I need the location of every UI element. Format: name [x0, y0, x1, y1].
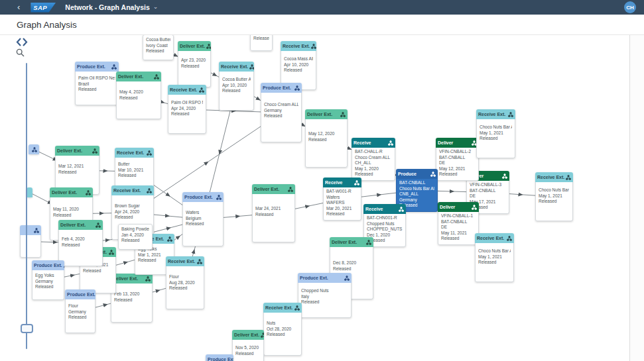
node-body: Choco Cream ALLGermanyReleased [261, 93, 302, 142]
node-deliver-feb13[interactable]: Deliver Ext.Feb 13, 2020Released [111, 274, 153, 323]
graph-canvas[interactable]: Produce Ext.Palm Oil RSPO NextBrazilRele… [0, 0, 644, 361]
node-title: Produce Ext. [300, 276, 328, 280]
node-deliver-may4[interactable]: Deliver Ext.May 4, 2020Released [116, 72, 161, 119]
cluster-icon [399, 207, 404, 212]
node-title: Produce Ext. [67, 292, 96, 297]
node-card-baking[interactable]: Baking PowderJan 4, 2020Released [118, 224, 153, 250]
node-title: Deliver Ext. [332, 240, 357, 244]
user-avatar[interactable]: CH [624, 1, 636, 13]
cluster-icon [109, 250, 114, 255]
node-deliver-cnball2[interactable]: DeliverVFIN-CNBALL-2BAT-CNBALLDEMay 12, … [436, 138, 479, 181]
node-produce-wafers[interactable]: Produce Ext.WafersBelgiumReleased [182, 192, 224, 246]
node-receive-palm[interactable]: Receive Ext.Palm Oil RSPO NextApr 24, 20… [168, 85, 206, 134]
node-produce-eggyolks[interactable]: Produce Ext.Egg YolksGermanyReleased [32, 260, 64, 300]
cluster-icon [294, 85, 300, 91]
node-deliver-cnball1[interactable]: DeliverVFIN-CNBALL-1BAT-CNBALLDEMay 11, … [438, 202, 479, 245]
cluster-icon [145, 276, 151, 282]
node-partial-node-3[interactable] [20, 225, 41, 258]
node-body: BAT-W001-RWafersWAFERSMar 20, 2021Releas… [323, 187, 361, 221]
node-receive-cocoa-butter[interactable]: Receive Ext.Cocoa Butter AllApr 10, 2020… [219, 62, 254, 111]
node-title: Receive [354, 140, 371, 145]
cluster-icon [111, 64, 117, 70]
shell-bar: ‹ SAP Network - Graph Analysis ⌄ CH [0, 0, 644, 15]
node-title: Produce Ext. [184, 195, 213, 199]
cluster-icon [96, 223, 101, 228]
zoom-slider-handle[interactable] [21, 324, 33, 333]
node-title: Receive Ext. [265, 305, 292, 310]
node-body: Choco Nuts Bar AllMay 1, 2021Released [475, 243, 514, 282]
cluster-icon [366, 240, 371, 245]
node-body: Released [250, 33, 273, 51]
node-deliver-nov5[interactable]: Deliver Ext.Nov 5, 2020Released [232, 330, 264, 361]
node-deliver-apr23[interactable]: Deliver Ext.Apr 23, 2020Released [178, 41, 211, 87]
node-body: Cocoa Butter AllApr 10, 2020Released [219, 72, 254, 111]
node-body: Feb 4, 2020Released [58, 230, 103, 266]
node-receive-choco-nuts-top[interactable]: Receive Ext.Choco Nuts Bar AllMay 1, 202… [476, 109, 515, 158]
cluster-icon [206, 44, 211, 49]
canvas-right-margin [630, 34, 644, 361]
node-body: WafersBelgiumReleased [182, 202, 224, 246]
node-deliver-mar24[interactable]: Deliver Ext.Mar 24, 2021Released [252, 184, 295, 242]
node-title: Receive Ext. [170, 87, 197, 92]
cluster-icon [147, 150, 152, 156]
node-card-released[interactable]: Released [250, 33, 273, 51]
node-body [20, 235, 41, 258]
node-deliver-may12-2020[interactable]: Deliver Ext.May 12, 2020Released [305, 109, 348, 168]
cluster-icon [502, 174, 507, 179]
cluster-icon [64, 263, 64, 268]
node-partial-node-1[interactable] [29, 144, 39, 154]
cluster-icon [472, 205, 477, 210]
back-icon[interactable]: ‹ [17, 1, 20, 14]
node-title: Deliver Ext. [118, 74, 143, 79]
app-title-menu[interactable]: Network - Graph Analysis ⌄ [65, 3, 158, 11]
node-body: BAT-CHALL-RChoco Cream ALLCH_ALLMay 1, 2… [352, 148, 395, 181]
search-icon[interactable] [16, 48, 25, 57]
node-receive-flour[interactable]: Receive Ext.FlourAug 28, 2020Released [166, 256, 204, 309]
sap-logo[interactable]: SAP [31, 3, 56, 13]
node-body: Nov 5, 2020Released [232, 340, 264, 361]
cluster-icon [32, 147, 37, 152]
graph-toolbar [16, 38, 28, 57]
node-produce-palm[interactable]: Produce Ext.Palm Oil RSPO NextBrazilRele… [75, 62, 119, 105]
node-body: Feb 13, 2020Released [111, 284, 153, 323]
node-deliver-feb4[interactable]: Deliver Ext.Feb 4, 2020Released [58, 220, 103, 266]
node-title: Deliver [440, 205, 455, 209]
cluster-icon [388, 140, 393, 146]
node-title: Deliver Ext. [254, 187, 279, 191]
node-card-cocoa-ivory[interactable]: Cocoa Butter AllIvory CoastReleased [143, 34, 174, 60]
page-header: Graph Analysis [0, 15, 644, 35]
node-receive-w001[interactable]: ReceiveBAT-W001-RWafersWAFERSMar 20, 202… [323, 178, 361, 221]
cluster-icon [154, 74, 159, 79]
node-receive-choco-nuts-bot[interactable]: Receive Ext.Choco Nuts Bar AllMay 1, 202… [475, 233, 514, 282]
node-title: Receive Ext. [113, 188, 141, 193]
node-body: Cocoa Butter AllIvory CoastReleased [143, 34, 174, 60]
cluster-icon [167, 236, 172, 242]
node-body: VFIN-CNBALL-1BAT-CNBALLDEMay 11, 2021Rel… [438, 212, 479, 245]
node-produce-bottom[interactable]: Produce Ext. [206, 354, 233, 361]
node-body: Mar 24, 2021Released [252, 194, 295, 242]
node-produce-chopped[interactable]: Produce Ext.Chopped NutsItalyReleased [298, 273, 352, 318]
cluster-icon [508, 112, 513, 117]
cluster-icon [311, 44, 316, 49]
cluster-icon [566, 175, 571, 180]
expand-collapse-icon[interactable] [16, 38, 28, 46]
node-title: Produce Ext. [34, 263, 62, 268]
node-partial-node-2[interactable] [27, 187, 32, 197]
node-title: Deliver Ext. [60, 223, 86, 227]
node-receive-nuts[interactable]: Receive Ext.NutsOct 28, 2020Released [263, 303, 302, 356]
node-receive-choco-nuts-mid[interactable]: Receive Ext.Choco Nuts Bar AllMay 1, 202… [535, 172, 573, 221]
node-body: Baking PowderJan 4, 2020Released [118, 224, 153, 250]
app-title: Network - Graph Analysis [65, 3, 149, 11]
node-body: Choco Nuts Bar AllMay 1, 2021Released [535, 182, 573, 221]
cluster-icon [199, 87, 204, 93]
cluster-icon [261, 333, 264, 338]
node-produce-flour[interactable]: Produce Ext.FlourGermanyReleased [65, 289, 96, 333]
node-body: May 4, 2020Released [116, 81, 161, 119]
node-title: Deliver Ext. [180, 44, 205, 48]
node-produce-choco-cream[interactable]: Produce Ext.Choco Cream ALLGermanyReleas… [261, 83, 302, 142]
node-body: Chopped NutsItalyReleased [298, 283, 352, 318]
node-title: Receive Ext. [221, 64, 248, 69]
canvas-right-divider [629, 34, 630, 361]
node-title: Receive Ext. [168, 259, 195, 264]
node-receive-chall[interactable]: ReceiveBAT-CHALL-RChoco Cream ALLCH_ALLM… [352, 138, 395, 181]
